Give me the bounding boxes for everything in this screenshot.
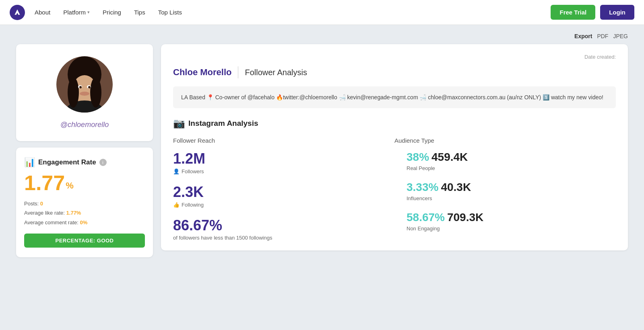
avatar bbox=[56, 56, 113, 113]
analysis-headers: Follower Reach Audience Type bbox=[173, 137, 616, 144]
non-engaging-pct: 58.67% bbox=[407, 211, 445, 224]
engagement-rate-value: 1.77% bbox=[24, 172, 145, 193]
real-people-label: Real People bbox=[407, 165, 616, 171]
main-content: Export PDF JPEG bbox=[0, 25, 644, 330]
avatar-image bbox=[56, 56, 113, 113]
svg-point-4 bbox=[68, 77, 79, 108]
followers-value: 1.2M bbox=[173, 151, 382, 167]
instagram-section-title: 📷 Instagram Analysis bbox=[173, 118, 616, 129]
free-trial-button[interactable]: Free Trial bbox=[551, 5, 595, 20]
engagement-title: Engagement Rate bbox=[38, 158, 96, 166]
audience-type-header: Audience Type bbox=[394, 137, 616, 144]
influencers-count: 40.3K bbox=[441, 181, 471, 194]
engagement-header: 📊 Engagement Rate i bbox=[24, 157, 145, 168]
nav-tips[interactable]: Tips bbox=[134, 9, 145, 16]
influencers-stat: 3.33% 40.3K Influencers bbox=[407, 181, 616, 201]
follower-reach-header: Follower Reach bbox=[173, 137, 394, 144]
svg-point-9 bbox=[79, 86, 82, 88]
bar-chart-icon: 📊 bbox=[24, 157, 35, 168]
instagram-icon: 📷 bbox=[173, 118, 185, 129]
posts-stat: Posts: 0 bbox=[24, 199, 145, 208]
chevron-down-icon: ▾ bbox=[87, 10, 90, 15]
export-jpeg-button[interactable]: JPEG bbox=[613, 33, 628, 39]
followers-stat: 1.2M 👤 Followers bbox=[173, 151, 382, 174]
nav-platform[interactable]: Platform ▾ bbox=[63, 9, 90, 16]
audience-type-col: 38% 459.4K Real People 3.33% 40.3K Influ… bbox=[407, 151, 616, 241]
svg-point-6 bbox=[80, 92, 89, 96]
profile-header: Chloe Morello Follower Analysis bbox=[173, 66, 616, 78]
avg-like-stat: Average like rate: 1.77% bbox=[24, 208, 145, 217]
profile-name: Chloe Morello bbox=[173, 67, 231, 78]
avg-like-value: 1.77% bbox=[66, 210, 81, 216]
left-panel: @chloemorello 📊 Engagement Rate i 1.77% … bbox=[16, 44, 153, 257]
nav-links: About Platform ▾ Pricing Tips Top Lists bbox=[35, 9, 182, 16]
export-label: Export bbox=[574, 33, 592, 39]
engagement-card: 📊 Engagement Rate i 1.77% Posts: 0 Avera… bbox=[16, 148, 153, 257]
less-than-label: of followers have less than 1500 followi… bbox=[173, 235, 382, 241]
non-engaging-label: Non Engaging bbox=[407, 225, 616, 232]
header-divider bbox=[238, 66, 238, 78]
bio-box: LA Based 📍 Co-owner of @facehalo 🔥twitte… bbox=[173, 86, 616, 108]
following-stat: 2.3K 👍 Following bbox=[173, 184, 382, 208]
non-engaging-count: 709.3K bbox=[447, 211, 483, 224]
export-bar: Export PDF JPEG bbox=[16, 33, 628, 39]
info-icon[interactable]: i bbox=[99, 159, 107, 166]
avg-comment-stat: Average comment rate: 0% bbox=[24, 218, 145, 227]
real-people-values: 38% 459.4K bbox=[407, 151, 616, 164]
export-pdf-button[interactable]: PDF bbox=[597, 33, 608, 39]
svg-point-10 bbox=[88, 86, 91, 88]
date-created: Date created: bbox=[173, 54, 616, 60]
followers-label: 👤 Followers bbox=[173, 168, 382, 174]
logo[interactable] bbox=[10, 5, 25, 20]
posts-value: 0 bbox=[40, 201, 43, 207]
following-label: 👍 Following bbox=[173, 202, 382, 208]
nav-about[interactable]: About bbox=[35, 9, 50, 16]
follower-analysis-label: Follower Analysis bbox=[245, 68, 307, 77]
svg-point-5 bbox=[90, 77, 101, 108]
real-people-stat: 38% 459.4K Real People bbox=[407, 151, 616, 171]
engagement-stats: Posts: 0 Average like rate: 1.77% Averag… bbox=[24, 199, 145, 227]
real-people-pct: 38% bbox=[407, 151, 429, 164]
avg-comment-value: 0% bbox=[80, 219, 88, 225]
percentage-badge[interactable]: PERCENTAGE: GOOD bbox=[24, 234, 145, 248]
influencers-values: 3.33% 40.3K bbox=[407, 181, 616, 194]
nav-top-lists[interactable]: Top Lists bbox=[158, 9, 182, 16]
following-value: 2.3K bbox=[173, 184, 382, 200]
stats-grid: 1.2M 👤 Followers 2.3K 👍 Following bbox=[173, 151, 616, 241]
non-engaging-stat: 58.67% 709.3K Non Engaging bbox=[407, 211, 616, 232]
logo-icon bbox=[13, 8, 21, 16]
real-people-count: 459.4K bbox=[431, 151, 468, 164]
nav-pricing[interactable]: Pricing bbox=[103, 9, 121, 16]
non-engaging-values: 58.67% 709.3K bbox=[407, 211, 616, 224]
influencers-pct: 3.33% bbox=[407, 181, 438, 194]
influencers-label: Influencers bbox=[407, 195, 616, 201]
less-than-stat: 86.67% of followers have less than 1500 … bbox=[173, 217, 382, 241]
less-than-value: 86.67% bbox=[173, 217, 382, 234]
profile-card: @chloemorello bbox=[16, 44, 153, 141]
profile-username: @chloemorello bbox=[60, 121, 109, 129]
nav-actions: Free Trial Login bbox=[551, 5, 634, 20]
login-button[interactable]: Login bbox=[600, 5, 634, 20]
layout: @chloemorello 📊 Engagement Rate i 1.77% … bbox=[16, 44, 628, 257]
navbar: About Platform ▾ Pricing Tips Top Lists … bbox=[0, 0, 644, 25]
right-panel: Date created: Chloe Morello Follower Ana… bbox=[161, 44, 628, 250]
follower-reach-col: 1.2M 👤 Followers 2.3K 👍 Following bbox=[173, 151, 382, 241]
